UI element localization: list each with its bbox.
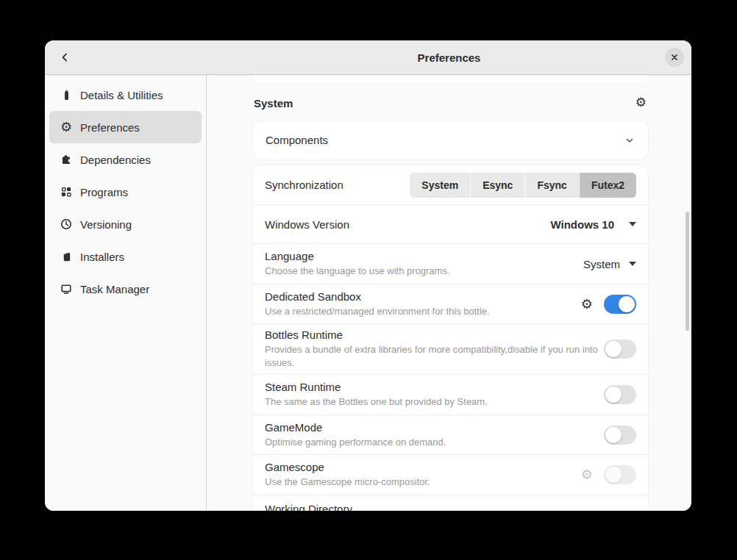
gamescope-toggle[interactable] (604, 465, 636, 484)
chevron-down-icon (624, 134, 635, 146)
close-button[interactable] (665, 48, 684, 67)
gear-icon: ⚙ (60, 121, 72, 133)
toggle-knob (619, 296, 635, 312)
sidebar-item-label: Versioning (80, 218, 132, 231)
gear-icon: ⚙ (581, 468, 593, 481)
gamemode-toggle[interactable] (604, 426, 636, 445)
dedicated-sandbox-row: Dedicated Sandbox Use a restricted/manag… (253, 284, 648, 323)
gamemode-row: GameMode Optimise gaming performance on … (253, 414, 648, 454)
components-label: Components (266, 134, 328, 146)
sidebar-item-label: Programs (80, 186, 128, 198)
windows-version-row: Windows Version Windows 10 (253, 204, 648, 243)
synchronization-row: Synchronization System Esync Fsync Futex… (253, 165, 648, 204)
row-title: Gamescope (265, 461, 430, 473)
components-expander-row[interactable]: Components (253, 121, 648, 159)
toggle-knob (605, 427, 622, 443)
sidebar-item-label: Details & Utilities (80, 89, 163, 101)
grid-icon (60, 186, 72, 198)
sync-option-futex2[interactable]: Futex2 (580, 173, 636, 198)
sidebar-item-task-manager[interactable]: Task Manager (49, 273, 202, 305)
sync-option-fsync[interactable]: Fsync (525, 173, 578, 198)
gamescope-row: Gamescope Use the Gamescope micro-compos… (253, 454, 648, 495)
puzzle-icon (60, 154, 72, 165)
dropdown-arrow-icon (629, 222, 636, 226)
dropdown-value: System (583, 258, 620, 270)
sidebar-item-label: Task Manager (80, 283, 149, 295)
sidebar-item-details-utilities[interactable]: Details & Utilities (49, 79, 202, 111)
row-title: Synchronization (265, 179, 343, 191)
preferences-window: Preferences Details & Utilities ⚙ Prefer… (45, 40, 691, 511)
row-title: Language (265, 250, 450, 262)
row-subtitle: Choose the language to use with programs… (265, 265, 450, 278)
language-dropdown[interactable]: System (583, 258, 636, 270)
steam-runtime-toggle[interactable] (604, 385, 636, 404)
scrolled-card-remnant (253, 75, 648, 82)
row-title: Dedicated Sandbox (265, 290, 490, 303)
bottles-runtime-toggle[interactable] (604, 340, 636, 359)
sidebar: Details & Utilities ⚙ Preferences Depend… (45, 75, 207, 511)
language-row: Language Choose the language to use with… (253, 243, 648, 284)
system-settings-group: Synchronization System Esync Fsync Futex… (253, 165, 648, 511)
gear-icon[interactable]: ⚙ (635, 96, 647, 110)
box-icon (60, 251, 72, 262)
sidebar-item-versioning[interactable]: Versioning (49, 208, 202, 240)
sync-option-esync[interactable]: Esync (471, 173, 524, 198)
row-subtitle: Use the Gamescope micro-compositor. (265, 475, 430, 489)
bottle-icon (60, 89, 72, 101)
sync-segmented-control: System Esync Fsync Futex2 (410, 173, 636, 198)
working-directory-row: Working Directory ⚙ (253, 495, 648, 511)
toggle-knob (605, 341, 622, 357)
sidebar-item-label: Preferences (80, 121, 140, 134)
row-title: GameMode (265, 421, 446, 434)
bottles-runtime-row: Bottles Runtime Provides a bundle of ext… (253, 323, 648, 374)
row-title: Steam Runtime (265, 381, 488, 393)
sidebar-item-installers[interactable]: Installers (49, 240, 202, 273)
dedicated-sandbox-toggle[interactable] (604, 295, 636, 314)
sidebar-item-label: Installers (80, 251, 124, 263)
windows-version-dropdown[interactable]: Windows 10 (550, 218, 636, 231)
row-title: Bottles Runtime (265, 329, 604, 341)
close-icon (669, 52, 680, 62)
gear-icon[interactable]: ⚙ (581, 298, 593, 311)
sidebar-item-preferences[interactable]: ⚙ Preferences (49, 111, 202, 143)
row-subtitle: Optimise gaming performance on demand. (265, 436, 446, 449)
row-subtitle: Use a restricted/managed environment for… (265, 305, 490, 318)
sidebar-item-programs[interactable]: Programs (49, 176, 202, 208)
row-subtitle: Provides a bundle of extra libraries for… (265, 343, 604, 369)
sidebar-item-label: Dependencies (80, 154, 151, 166)
section-title: System (254, 97, 293, 110)
sync-option-system[interactable]: System (410, 173, 470, 198)
dropdown-arrow-icon (629, 262, 636, 266)
toggle-knob (605, 467, 622, 483)
row-title: Working Directory (265, 503, 352, 511)
vertical-scrollbar[interactable] (686, 212, 689, 331)
content-pane: System ⚙ Components Synchronization Syst… (207, 75, 691, 511)
monitor-icon (60, 283, 72, 295)
titlebar: Preferences (45, 40, 691, 75)
chevron-left-icon (59, 51, 71, 63)
sidebar-item-dependencies[interactable]: Dependencies (49, 143, 202, 176)
back-button[interactable] (54, 46, 76, 68)
row-title: Windows Version (265, 218, 349, 231)
dropdown-value: Windows 10 (550, 218, 614, 231)
window-title: Preferences (207, 40, 691, 74)
toggle-knob (605, 387, 622, 403)
clock-icon (60, 218, 72, 230)
row-subtitle: The same as the Bottles one but provided… (265, 395, 488, 409)
system-section-header: System ⚙ (254, 95, 647, 111)
steam-runtime-row: Steam Runtime The same as the Bottles on… (253, 374, 648, 414)
